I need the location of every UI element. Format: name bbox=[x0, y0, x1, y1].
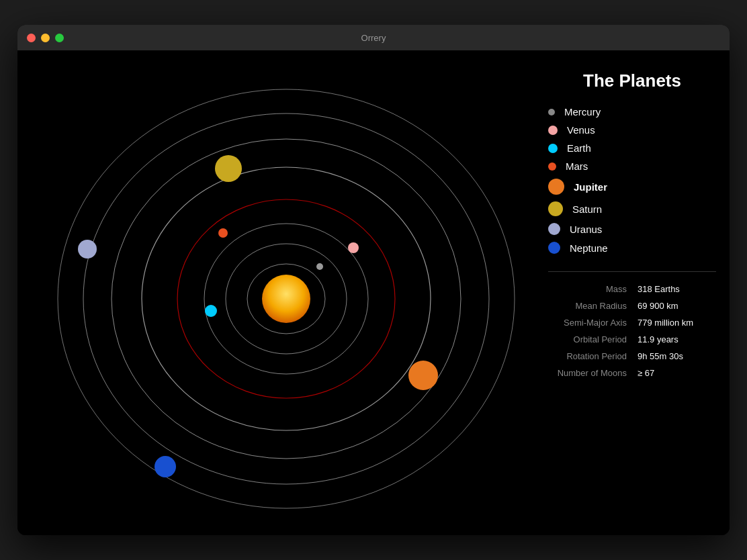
stat-label-rotation: Rotation Period bbox=[548, 351, 627, 361]
stat-value-radius: 69 900 km bbox=[627, 301, 716, 311]
titlebar: Orrery bbox=[17, 25, 730, 50]
planet-name-mercury: Mercury bbox=[564, 106, 601, 118]
stat-row-moons: Number of Moons ≥ 67 bbox=[548, 368, 716, 378]
planet-dot-earth bbox=[548, 144, 558, 153]
main-content: The Planets Mercury Venus Earth Mars bbox=[17, 50, 730, 535]
stat-label-moons: Number of Moons bbox=[548, 368, 627, 378]
svg-point-9 bbox=[262, 275, 310, 323]
planet-item-saturn[interactable]: Saturn bbox=[548, 201, 716, 216]
stat-row-radius: Mean Radius 69 900 km bbox=[548, 301, 716, 311]
planet-name-jupiter: Jupiter bbox=[574, 181, 607, 193]
planet-name-uranus: Uranus bbox=[570, 224, 602, 235]
planet-item-mercury[interactable]: Mercury bbox=[548, 106, 716, 118]
svg-point-12 bbox=[205, 305, 217, 317]
svg-point-16 bbox=[78, 240, 97, 259]
svg-point-17 bbox=[155, 456, 176, 477]
planet-item-earth[interactable]: Earth bbox=[548, 142, 716, 154]
svg-point-11 bbox=[348, 242, 359, 253]
svg-point-13 bbox=[218, 228, 228, 238]
planet-item-jupiter[interactable]: Jupiter bbox=[548, 179, 716, 195]
svg-point-15 bbox=[215, 155, 242, 182]
stat-row-orbital: Orbital Period 11.9 years bbox=[548, 334, 716, 344]
orrery-canvas bbox=[17, 50, 541, 535]
panel-title: The Planets bbox=[548, 71, 716, 91]
stat-value-rotation: 9h 55m 30s bbox=[627, 351, 716, 361]
planet-name-neptune: Neptune bbox=[570, 242, 608, 254]
planet-item-venus[interactable]: Venus bbox=[548, 124, 716, 136]
stat-label-mass: Mass bbox=[548, 284, 627, 294]
planet-item-uranus[interactable]: Uranus bbox=[548, 223, 716, 235]
stat-value-orbital: 11.9 years bbox=[627, 334, 716, 344]
maximize-button[interactable] bbox=[55, 34, 64, 42]
planet-name-earth: Earth bbox=[567, 142, 591, 154]
planet-dot-mercury bbox=[548, 109, 555, 115]
planet-dot-neptune bbox=[548, 242, 560, 254]
planet-dot-jupiter bbox=[548, 179, 564, 195]
planet-name-mars: Mars bbox=[566, 160, 588, 172]
stat-value-mass: 318 Earths bbox=[627, 284, 716, 294]
stat-row-mass: Mass 318 Earths bbox=[548, 284, 716, 294]
svg-point-10 bbox=[316, 263, 323, 270]
planet-dot-saturn bbox=[548, 201, 563, 216]
minimize-button[interactable] bbox=[41, 34, 50, 42]
planet-name-venus: Venus bbox=[567, 124, 595, 136]
planet-dot-mars bbox=[548, 162, 556, 171]
stat-label-orbital: Orbital Period bbox=[548, 334, 627, 344]
stat-row-axis: Semi-Major Axis 779 million km bbox=[548, 318, 716, 328]
planet-list: Mercury Venus Earth Mars Jupiter bbox=[548, 106, 716, 254]
stat-label-radius: Mean Radius bbox=[548, 301, 627, 311]
app-window: Orrery bbox=[17, 25, 730, 535]
info-panel: The Planets Mercury Venus Earth Mars bbox=[541, 50, 730, 535]
planet-name-saturn: Saturn bbox=[572, 203, 602, 215]
planet-dot-venus bbox=[548, 126, 558, 135]
planet-item-neptune[interactable]: Neptune bbox=[548, 242, 716, 254]
svg-point-14 bbox=[408, 361, 438, 390]
stat-value-axis: 779 million km bbox=[627, 318, 716, 328]
stat-label-axis: Semi-Major Axis bbox=[548, 318, 627, 328]
stat-value-moons: ≥ 67 bbox=[627, 368, 716, 378]
close-button[interactable] bbox=[27, 34, 36, 42]
planet-item-mars[interactable]: Mars bbox=[548, 160, 716, 172]
window-title: Orrery bbox=[361, 33, 386, 43]
stat-row-rotation: Rotation Period 9h 55m 30s bbox=[548, 351, 716, 361]
stats-table: Mass 318 Earths Mean Radius 69 900 km Se… bbox=[548, 271, 716, 378]
planet-dot-uranus bbox=[548, 223, 560, 235]
traffic-lights bbox=[27, 34, 64, 42]
